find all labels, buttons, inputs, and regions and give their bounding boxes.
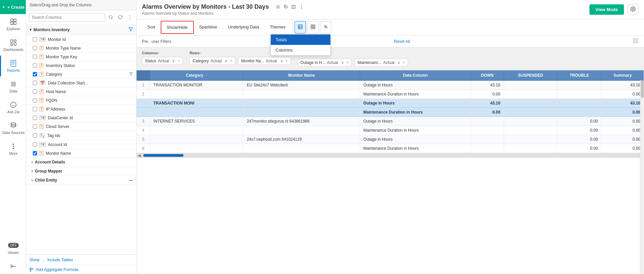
checkbox-category[interactable] [33, 72, 37, 76]
svg-rect-47 [636, 41, 638, 43]
sort-button[interactable]: Sort [142, 19, 161, 35]
nav-data-sources[interactable]: Data Sources [0, 118, 26, 139]
star-icon[interactable]: ☆ [275, 4, 280, 10]
add-formula-label: Add Aggregate Formula [36, 267, 78, 272]
data-col-cell: Outage in Hours [360, 81, 471, 90]
svg-rect-3 [14, 22, 16, 24]
horizontal-scrollbar[interactable]: ◀ [137, 153, 644, 158]
nav-viewer[interactable]: OFF Viewer [7, 239, 19, 259]
checkbox-account-id[interactable] [33, 142, 37, 147]
search-input[interactable] [29, 13, 105, 22]
table-row: 1 TRANSACTION MONITOR EU Site24x7 Webcli… [137, 81, 644, 90]
monitor-name-row-field[interactable]: Monitor Na... Actual ∨ × [238, 57, 291, 65]
col-down[interactable]: DOWN [471, 70, 504, 81]
suspended-cell [504, 126, 557, 135]
vertical-scrollbar[interactable] [640, 70, 644, 274]
row-num-cell [137, 99, 150, 108]
more-options-icon-btn[interactable]: ⋮ [126, 14, 134, 21]
monitor-cell [243, 99, 360, 108]
col-trouble[interactable]: TROUBLE [557, 70, 601, 81]
more-icon[interactable]: ⋮ [299, 4, 304, 10]
sidebar-child-entity[interactable]: › Child Entity — [26, 176, 136, 185]
view-mode-button[interactable]: View Mode [589, 4, 624, 15]
totals-option[interactable]: Totals [271, 35, 330, 45]
svg-rect-38 [313, 25, 315, 26]
category-row-field[interactable]: Category Actual ∨ × [189, 57, 235, 65]
create-button[interactable]: ＋ + Create [0, 0, 26, 14]
checkbox-host-name[interactable] [33, 89, 37, 94]
nav-data[interactable]: Data [0, 76, 26, 97]
settings-button[interactable] [627, 4, 639, 15]
left-arrow-icon[interactable]: ◀ [138, 153, 141, 158]
col-row-num [137, 70, 150, 81]
show-hide-button[interactable]: Show/Hide [161, 21, 194, 34]
nav-ask-zia[interactable]: Ask Zia [0, 97, 26, 118]
checkbox-monitor-type-key[interactable] [33, 55, 37, 59]
include-tables-link[interactable]: Include Tables [47, 258, 73, 262]
col-monitor-name[interactable]: Monitor Name [243, 70, 360, 81]
close-icon[interactable]: × [177, 59, 180, 63]
formula-icon [29, 267, 34, 272]
search-icon-btn[interactable] [107, 14, 114, 21]
sidebar-group-mapper[interactable]: › Group Mapper [26, 167, 136, 176]
summary-cell: 43.10 [601, 99, 644, 108]
scroll-thumb[interactable] [143, 154, 183, 157]
checkbox-fqdn[interactable] [33, 98, 37, 102]
expand-arrow-icon: ▾ [29, 27, 31, 32]
col-suspended[interactable]: SUSPENDED [504, 70, 557, 81]
checkbox-inventory-status[interactable] [33, 63, 37, 68]
pivot-view-button[interactable] [320, 21, 331, 33]
status-field[interactable]: Status Actual ∨ × [142, 57, 183, 65]
data-col-cell: Outage in Hours [360, 117, 471, 126]
svg-point-19 [11, 123, 16, 125]
add-aggregate-formula[interactable]: Add Aggregate Formula [26, 265, 136, 274]
checkbox-cloud-server[interactable] [33, 124, 37, 129]
close-icon[interactable]: × [403, 60, 405, 65]
close-icon[interactable]: × [286, 59, 288, 63]
reset-all-link[interactable]: Reset All [394, 39, 410, 44]
close-icon[interactable]: × [230, 59, 232, 63]
outage-field[interactable]: Outage in H... Actual ∨ × [298, 59, 352, 67]
table-view-button[interactable] [295, 21, 306, 33]
svg-marker-26 [129, 28, 133, 31]
nav-reports[interactable]: Reports [0, 56, 26, 76]
col-summary[interactable]: Summary [601, 70, 644, 81]
checkbox-tag-ids[interactable] [33, 133, 37, 138]
sparkline-button[interactable]: Sparkline [194, 19, 223, 35]
columns-option[interactable]: Columns [271, 45, 330, 55]
nav-dashboards[interactable]: Dashboards [0, 35, 26, 56]
col-data-column[interactable]: Data Column [360, 70, 471, 81]
themes-button[interactable]: Themes [264, 19, 291, 35]
sidebar-item-cloud-server: T Cloud Server [26, 122, 136, 131]
col-category[interactable]: Category ↑ [150, 70, 243, 81]
refresh-icon[interactable]: ↻ [284, 4, 288, 10]
underlying-data-button[interactable]: Underlying Data [223, 19, 264, 35]
trouble-cell [557, 81, 601, 90]
nav-collapse[interactable] [7, 259, 19, 274]
checkbox-ip-address[interactable] [33, 107, 37, 111]
checkbox-monitor-id[interactable] [33, 37, 37, 42]
monitor-cell [243, 144, 360, 153]
viewer-toggle[interactable]: OFF [8, 243, 19, 248]
checkbox-datacenter-id[interactable] [33, 116, 37, 120]
refresh-icon-btn[interactable] [116, 14, 124, 21]
sidebar-item-datacenter-id: *# DataCenter Id [26, 114, 136, 122]
nav-more[interactable]: More [0, 139, 26, 159]
explorer-icon [10, 18, 17, 25]
checkbox-data-collection-start[interactable] [33, 81, 37, 85]
sidebar-item-fqdn: T FQDN [26, 96, 136, 105]
show-link[interactable]: Show [29, 258, 39, 262]
scroll-down-icon: — [129, 178, 133, 183]
crosstab-icon[interactable] [633, 38, 639, 45]
checkbox-monitor-name[interactable] [33, 151, 37, 155]
monitors-inventory-section[interactable]: ▾ Monitors Inventory [26, 25, 136, 35]
outage-field-label: Outage in H... [301, 60, 325, 65]
close-icon[interactable]: × [346, 60, 349, 65]
checkbox-monitor-type-name[interactable] [33, 46, 37, 50]
zia-icon [10, 101, 17, 109]
sidebar-account-details[interactable]: › Account Details [26, 158, 136, 167]
clone-icon[interactable]: ⊡ [291, 4, 296, 10]
maintenance-field[interactable]: Maintenanc... Actual ∨ × [354, 59, 408, 67]
nav-explorer[interactable]: Explorer [0, 14, 26, 35]
grid-view-button[interactable] [307, 21, 319, 33]
